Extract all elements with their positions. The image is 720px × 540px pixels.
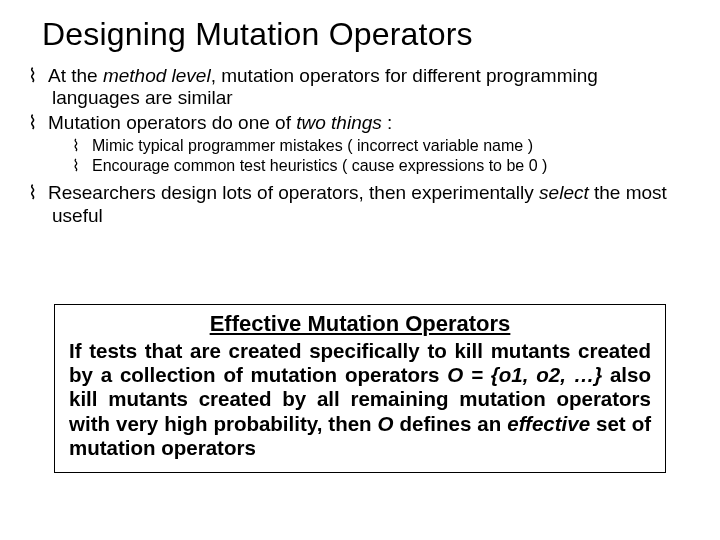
- text-fragment: :: [382, 112, 393, 133]
- definition-box: Effective Mutation Operators If tests th…: [54, 304, 666, 473]
- text-fragment-italic: method level: [103, 65, 211, 86]
- text-fragment-italic: O = {o1, o2, …}: [447, 363, 602, 386]
- bullet-list-level1: ⌇At the method level, mutation operators…: [28, 65, 692, 227]
- bullet-icon: ⌇: [28, 112, 48, 134]
- list-item: ⌇Mutation operators do one of two things…: [28, 112, 688, 176]
- bullet-icon: ⌇: [72, 136, 92, 156]
- bullet-icon: ⌇: [28, 182, 48, 204]
- text-fragment: Mutation operators do one of: [48, 112, 296, 133]
- bullet-icon: ⌇: [72, 156, 92, 176]
- text-fragment-italic: effective: [507, 412, 590, 435]
- slide-title: Designing Mutation Operators: [42, 16, 692, 53]
- text-fragment: Encourage common test heuristics ( cause…: [92, 157, 547, 174]
- bullet-icon: ⌇: [28, 65, 48, 87]
- text-fragment-italic: select: [539, 182, 589, 203]
- list-item: ⌇Encourage common test heuristics ( caus…: [72, 156, 688, 176]
- list-item: ⌇Researchers design lots of operators, t…: [28, 182, 688, 227]
- text-fragment: defines an: [394, 412, 508, 435]
- text-fragment-italic: two things: [296, 112, 382, 133]
- text-fragment: At the: [48, 65, 103, 86]
- bullet-list-level2: ⌇Mimic typical programmer mistakes ( inc…: [52, 136, 688, 176]
- text-fragment: Researchers design lots of operators, th…: [48, 182, 539, 203]
- list-item: ⌇Mimic typical programmer mistakes ( inc…: [72, 136, 688, 156]
- box-title: Effective Mutation Operators: [69, 311, 651, 337]
- list-item: ⌇At the method level, mutation operators…: [28, 65, 688, 110]
- text-fragment-italic: O: [378, 412, 394, 435]
- box-body: If tests that are created specifically t…: [69, 339, 651, 460]
- text-fragment: Mimic typical programmer mistakes ( inco…: [92, 137, 533, 154]
- slide: Designing Mutation Operators ⌇At the met…: [0, 0, 720, 540]
